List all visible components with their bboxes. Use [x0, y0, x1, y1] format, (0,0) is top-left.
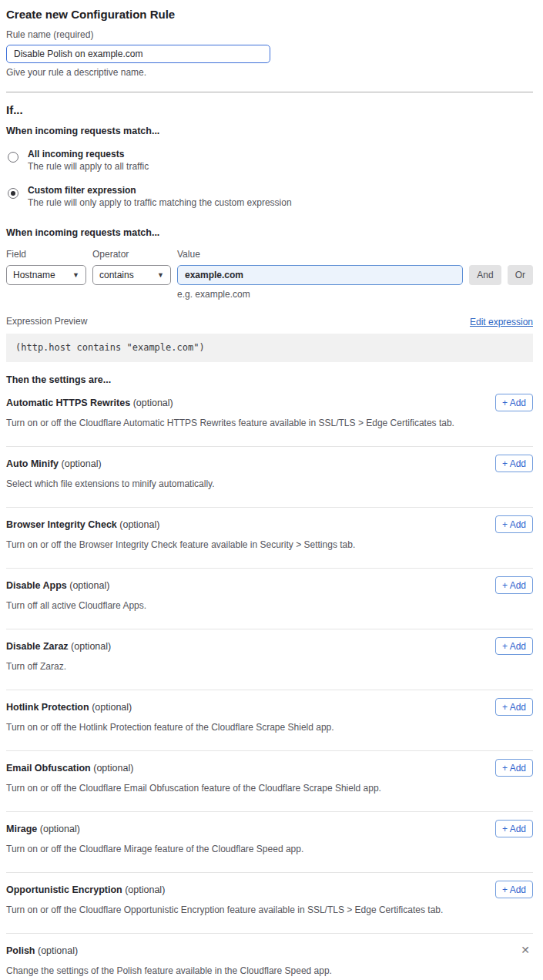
- field-select[interactable]: Hostname ▼: [6, 265, 86, 285]
- setting-description: Turn on or off the Browser Integrity Che…: [6, 539, 533, 551]
- setting-mirage: Mirage (optional) Turn on or off the Clo…: [6, 812, 533, 873]
- setting-disable-zaraz: Disable Zaraz (optional) Turn off Zaraz.…: [6, 629, 533, 690]
- setting-description: Turn on or off the Cloudflare Opportunis…: [6, 904, 533, 916]
- operator-select[interactable]: contains ▼: [92, 265, 171, 285]
- close-icon[interactable]: ✕: [521, 945, 530, 955]
- optional-tag: (optional): [119, 519, 159, 530]
- page-title: Create new Configuration Rule: [6, 7, 533, 22]
- optional-tag: (optional): [92, 702, 132, 713]
- rule-name-input[interactable]: [6, 45, 270, 63]
- setting-description: Turn off all active Cloudflare Apps.: [6, 600, 533, 612]
- edit-expression-link[interactable]: Edit expression: [470, 317, 533, 327]
- setting-hotlink-protection: Hotlink Protection (optional) Turn on or…: [6, 690, 533, 751]
- and-button[interactable]: And: [469, 265, 501, 285]
- optional-tag: (optional): [40, 824, 80, 834]
- setting-description: Select which file extensions to minify a…: [6, 478, 533, 490]
- optional-tag: (optional): [71, 641, 111, 652]
- setting-name: Disable Apps: [6, 580, 67, 591]
- setting-name: Hotlink Protection: [6, 702, 89, 713]
- chevron-down-icon: ▼: [157, 271, 164, 279]
- field-select-value: Hostname: [13, 270, 55, 280]
- radio-description: The rule will apply to all traffic: [28, 160, 149, 173]
- setting-opportunistic-encryption: Opportunistic Encryption (optional) Turn…: [6, 873, 533, 934]
- add-button[interactable]: + Add: [495, 698, 533, 716]
- radio-all-incoming[interactable]: All incoming requests The rule will appl…: [6, 148, 533, 173]
- optional-tag: (optional): [38, 945, 78, 956]
- add-button[interactable]: + Add: [495, 881, 533, 898]
- add-button[interactable]: + Add: [495, 576, 533, 594]
- if-heading: If...: [6, 102, 533, 117]
- operator-select-value: contains: [99, 270, 134, 280]
- radio-description: The rule will only apply to traffic matc…: [28, 196, 292, 210]
- radio-icon[interactable]: [8, 152, 18, 163]
- add-button[interactable]: + Add: [495, 515, 533, 533]
- setting-description: Turn on or off the Cloudflare Mirage fea…: [6, 844, 533, 855]
- setting-name: Disable Zaraz: [6, 641, 69, 652]
- rule-name-helper: Give your rule a descriptive name.: [6, 67, 533, 79]
- setting-automatic-https-rewrites: Automatic HTTPS Rewrites (optional) Turn…: [6, 386, 533, 447]
- radio-custom-filter[interactable]: Custom filter expression The rule will o…: [6, 184, 533, 210]
- setting-polish: Polish (optional) Change the settings of…: [6, 934, 533, 980]
- radio-label: Custom filter expression: [28, 184, 292, 196]
- setting-name: Polish: [6, 945, 35, 956]
- chevron-down-icon: ▼: [72, 271, 79, 279]
- add-button[interactable]: + Add: [495, 455, 533, 472]
- expression-builder-row: Field Hostname ▼ Operator contains ▼ Val…: [6, 249, 533, 300]
- add-button[interactable]: + Add: [495, 394, 533, 411]
- setting-name: Opportunistic Encryption: [6, 884, 122, 895]
- setting-browser-integrity-check: Browser Integrity Check (optional) Turn …: [6, 508, 533, 569]
- setting-description: Turn on or off the Hotlink Protection fe…: [6, 722, 533, 733]
- radio-icon[interactable]: [8, 188, 18, 199]
- optional-tag: (optional): [69, 580, 109, 591]
- builder-match-label: When incoming requests match...: [6, 227, 533, 239]
- setting-name: Auto Minify: [6, 458, 59, 469]
- setting-description: Turn off Zaraz.: [6, 661, 533, 673]
- optional-tag: (optional): [62, 458, 102, 469]
- radio-label: All incoming requests: [28, 148, 149, 160]
- optional-tag: (optional): [93, 763, 133, 774]
- operator-label: Operator: [92, 249, 171, 260]
- value-label: Value: [177, 249, 463, 260]
- setting-description: Change the settings of the Polish featur…: [6, 965, 533, 977]
- setting-description: Turn on or off the Cloudflare Email Obfu…: [6, 783, 533, 794]
- setting-email-obfuscation: Email Obfuscation (optional) Turn on or …: [6, 751, 533, 812]
- setting-name: Browser Integrity Check: [6, 519, 117, 530]
- section-divider: [6, 92, 533, 92]
- value-input[interactable]: [177, 265, 463, 285]
- setting-name: Email Obfuscation: [6, 763, 91, 774]
- then-heading: Then the settings are...: [6, 374, 533, 386]
- spacer: [469, 249, 533, 265]
- configuration-rule-form: Create new Configuration Rule Rule name …: [0, 0, 543, 980]
- expression-preview-label: Expression Preview: [6, 316, 87, 327]
- setting-name: Automatic HTTPS Rewrites: [6, 398, 130, 408]
- add-button[interactable]: + Add: [495, 820, 533, 837]
- field-label: Field: [6, 249, 86, 260]
- expression-preview-code: (http.host contains "example.com"): [6, 334, 533, 362]
- value-helper: e.g. example.com: [177, 289, 463, 300]
- optional-tag: (optional): [125, 884, 165, 895]
- optional-tag: (optional): [133, 398, 173, 408]
- setting-auto-minify: Auto Minify (optional) Select which file…: [6, 447, 533, 508]
- setting-disable-apps: Disable Apps (optional) Turn off all act…: [6, 569, 533, 629]
- setting-name: Mirage: [6, 824, 37, 834]
- or-button[interactable]: Or: [508, 265, 533, 285]
- add-button[interactable]: + Add: [495, 637, 533, 655]
- match-label: When incoming requests match...: [6, 125, 533, 137]
- add-button[interactable]: + Add: [495, 759, 533, 777]
- setting-description: Turn on or off the Cloudflare Automatic …: [6, 418, 533, 429]
- rule-name-label: Rule name (required): [6, 29, 533, 41]
